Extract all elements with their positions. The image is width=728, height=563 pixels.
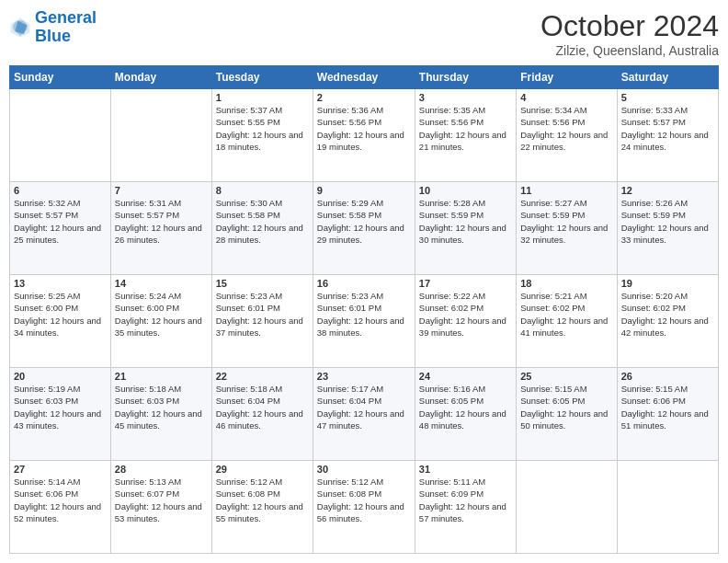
day-info: Sunrise: 5:37 AMSunset: 5:55 PMDaylight:… [216, 104, 309, 153]
day-info: Sunrise: 5:12 AMSunset: 6:08 PMDaylight:… [317, 476, 411, 524]
day-number: 2 [317, 92, 411, 103]
calendar-cell: 6Sunrise: 5:32 AMSunset: 5:57 PMDaylight… [10, 182, 111, 275]
day-number: 7 [115, 185, 208, 196]
calendar-cell: 5Sunrise: 5:33 AMSunset: 5:57 PMDaylight… [617, 89, 718, 182]
day-number: 21 [115, 371, 208, 382]
calendar-header-row: Sunday Monday Tuesday Wednesday Thursday… [10, 66, 719, 89]
day-number: 13 [14, 278, 107, 289]
day-number: 26 [621, 371, 714, 382]
day-info: Sunrise: 5:28 AMSunset: 5:59 PMDaylight:… [419, 197, 512, 246]
calendar-cell: 23Sunrise: 5:17 AMSunset: 6:04 PMDayligh… [313, 368, 415, 461]
day-info: Sunrise: 5:15 AMSunset: 6:05 PMDaylight:… [520, 383, 612, 431]
day-info: Sunrise: 5:15 AMSunset: 6:06 PMDaylight:… [621, 383, 714, 431]
calendar-cell [617, 461, 718, 554]
day-info: Sunrise: 5:18 AMSunset: 6:03 PMDaylight:… [115, 383, 208, 431]
calendar-cell: 19Sunrise: 5:20 AMSunset: 6:02 PMDayligh… [617, 275, 718, 368]
day-number: 1 [216, 92, 309, 103]
day-info: Sunrise: 5:20 AMSunset: 6:02 PMDaylight:… [621, 290, 714, 339]
day-info: Sunrise: 5:17 AMSunset: 6:04 PMDaylight:… [317, 383, 411, 431]
calendar-cell: 25Sunrise: 5:15 AMSunset: 6:05 PMDayligh… [517, 368, 617, 461]
day-info: Sunrise: 5:12 AMSunset: 6:08 PMDaylight:… [216, 476, 309, 524]
day-number: 24 [419, 371, 512, 382]
page-header: General Blue October 2024 Zilzie, Queens… [9, 9, 719, 58]
calendar-cell: 30Sunrise: 5:12 AMSunset: 6:08 PMDayligh… [313, 461, 415, 554]
day-info: Sunrise: 5:23 AMSunset: 6:01 PMDaylight:… [317, 290, 411, 339]
calendar-cell: 8Sunrise: 5:30 AMSunset: 5:58 PMDaylight… [211, 182, 313, 275]
calendar-cell [110, 89, 211, 182]
calendar-cell: 31Sunrise: 5:11 AMSunset: 6:09 PMDayligh… [415, 461, 516, 554]
day-number: 16 [317, 278, 411, 289]
day-info: Sunrise: 5:22 AMSunset: 6:02 PMDaylight:… [419, 290, 512, 339]
day-number: 31 [419, 464, 512, 475]
day-info: Sunrise: 5:36 AMSunset: 5:56 PMDaylight:… [317, 104, 411, 153]
col-monday: Monday [110, 66, 211, 89]
calendar-cell: 22Sunrise: 5:18 AMSunset: 6:04 PMDayligh… [211, 368, 313, 461]
calendar-cell: 10Sunrise: 5:28 AMSunset: 5:59 PMDayligh… [415, 182, 516, 275]
col-saturday: Saturday [617, 66, 718, 89]
day-number: 30 [317, 464, 411, 475]
calendar-cell [517, 461, 617, 554]
calendar-cell: 27Sunrise: 5:14 AMSunset: 6:06 PMDayligh… [10, 461, 111, 554]
day-info: Sunrise: 5:30 AMSunset: 5:58 PMDaylight:… [216, 197, 309, 246]
day-info: Sunrise: 5:11 AMSunset: 6:09 PMDaylight:… [419, 476, 512, 524]
logo: General Blue [9, 9, 97, 46]
day-number: 11 [520, 185, 612, 196]
day-number: 5 [621, 92, 714, 103]
calendar-cell: 26Sunrise: 5:15 AMSunset: 6:06 PMDayligh… [617, 368, 718, 461]
calendar-cell: 14Sunrise: 5:24 AMSunset: 6:00 PMDayligh… [110, 275, 211, 368]
col-wednesday: Wednesday [313, 66, 415, 89]
day-info: Sunrise: 5:16 AMSunset: 6:05 PMDaylight:… [419, 383, 512, 431]
day-info: Sunrise: 5:25 AMSunset: 6:00 PMDaylight:… [14, 290, 107, 339]
calendar-week-row: 1Sunrise: 5:37 AMSunset: 5:55 PMDaylight… [10, 89, 719, 182]
col-sunday: Sunday [10, 66, 111, 89]
calendar-cell: 12Sunrise: 5:26 AMSunset: 5:59 PMDayligh… [617, 182, 718, 275]
day-number: 27 [14, 464, 107, 475]
day-number: 3 [419, 92, 512, 103]
day-number: 25 [520, 371, 612, 382]
calendar-week-row: 13Sunrise: 5:25 AMSunset: 6:00 PMDayligh… [10, 275, 719, 368]
day-info: Sunrise: 5:34 AMSunset: 5:56 PMDaylight:… [520, 104, 612, 153]
calendar-cell: 9Sunrise: 5:29 AMSunset: 5:58 PMDaylight… [313, 182, 415, 275]
day-info: Sunrise: 5:19 AMSunset: 6:03 PMDaylight:… [14, 383, 107, 431]
day-number: 18 [520, 278, 612, 289]
day-number: 28 [115, 464, 208, 475]
day-number: 12 [621, 185, 714, 196]
calendar-week-row: 27Sunrise: 5:14 AMSunset: 6:06 PMDayligh… [10, 461, 719, 554]
calendar-cell: 11Sunrise: 5:27 AMSunset: 5:59 PMDayligh… [517, 182, 617, 275]
calendar-cell: 3Sunrise: 5:35 AMSunset: 5:56 PMDaylight… [415, 89, 516, 182]
day-info: Sunrise: 5:31 AMSunset: 5:57 PMDaylight:… [115, 197, 208, 246]
calendar-cell: 2Sunrise: 5:36 AMSunset: 5:56 PMDaylight… [313, 89, 415, 182]
logo-text: General Blue [35, 9, 97, 46]
calendar-cell: 20Sunrise: 5:19 AMSunset: 6:03 PMDayligh… [10, 368, 111, 461]
calendar-cell: 1Sunrise: 5:37 AMSunset: 5:55 PMDaylight… [211, 89, 313, 182]
day-info: Sunrise: 5:32 AMSunset: 5:57 PMDaylight:… [14, 197, 107, 246]
calendar-cell: 28Sunrise: 5:13 AMSunset: 6:07 PMDayligh… [110, 461, 211, 554]
day-number: 20 [14, 371, 107, 382]
day-info: Sunrise: 5:24 AMSunset: 6:00 PMDaylight:… [115, 290, 208, 339]
calendar-cell: 24Sunrise: 5:16 AMSunset: 6:05 PMDayligh… [415, 368, 516, 461]
day-info: Sunrise: 5:26 AMSunset: 5:59 PMDaylight:… [621, 197, 714, 246]
day-number: 17 [419, 278, 512, 289]
calendar-week-row: 20Sunrise: 5:19 AMSunset: 6:03 PMDayligh… [10, 368, 719, 461]
logo-icon [9, 17, 31, 39]
day-number: 19 [621, 278, 714, 289]
calendar-cell: 16Sunrise: 5:23 AMSunset: 6:01 PMDayligh… [313, 275, 415, 368]
calendar-week-row: 6Sunrise: 5:32 AMSunset: 5:57 PMDaylight… [10, 182, 719, 275]
day-number: 15 [216, 278, 309, 289]
calendar-cell: 17Sunrise: 5:22 AMSunset: 6:02 PMDayligh… [415, 275, 516, 368]
day-info: Sunrise: 5:33 AMSunset: 5:57 PMDaylight:… [621, 104, 714, 153]
day-number: 9 [317, 185, 411, 196]
day-info: Sunrise: 5:23 AMSunset: 6:01 PMDaylight:… [216, 290, 309, 339]
col-thursday: Thursday [415, 66, 516, 89]
day-info: Sunrise: 5:18 AMSunset: 6:04 PMDaylight:… [216, 383, 309, 431]
day-number: 10 [419, 185, 512, 196]
day-number: 6 [14, 185, 107, 196]
month-title: October 2024 [540, 9, 719, 43]
day-info: Sunrise: 5:13 AMSunset: 6:07 PMDaylight:… [115, 476, 208, 524]
day-number: 22 [216, 371, 309, 382]
calendar-cell [10, 89, 111, 182]
calendar-cell: 18Sunrise: 5:21 AMSunset: 6:02 PMDayligh… [517, 275, 617, 368]
day-info: Sunrise: 5:35 AMSunset: 5:56 PMDaylight:… [419, 104, 512, 153]
title-area: October 2024 Zilzie, Queensland, Austral… [540, 9, 719, 58]
day-number: 29 [216, 464, 309, 475]
